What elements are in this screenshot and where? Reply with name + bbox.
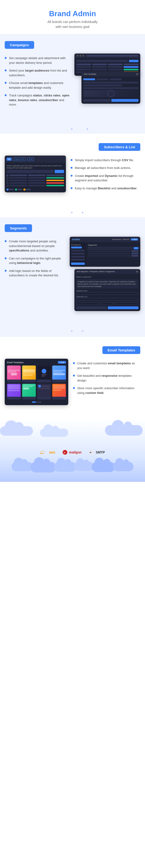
seg-bullet-2: Can run campaigns to the right people us… bbox=[5, 256, 65, 265]
bc5-bump2 bbox=[103, 459, 111, 466]
tpl-img bbox=[8, 385, 20, 390]
bottom-cloud-2 bbox=[30, 462, 56, 472]
templates-label: Email Templates bbox=[102, 346, 140, 354]
page-title: Brand Admin bbox=[5, 9, 140, 18]
tpl-inner bbox=[52, 384, 66, 392]
sub-col-header bbox=[9, 175, 27, 176]
sub-tag-import: Import CSV bbox=[13, 157, 26, 161]
template-card-2 bbox=[22, 366, 36, 382]
templates-screenshot: Email Templates + Add bbox=[5, 359, 68, 405]
mock-tab bbox=[110, 79, 121, 80]
bottom-cloud-row bbox=[5, 462, 140, 472]
bullet-dot bbox=[5, 240, 7, 242]
bc4-bump1 bbox=[76, 458, 84, 466]
seg-value-field bbox=[114, 302, 139, 305]
page-dot bbox=[37, 401, 39, 403]
mock-toolbar bbox=[76, 60, 139, 62]
mock-header bbox=[74, 54, 140, 58]
mock-dot bbox=[82, 55, 84, 57]
bullet-dot bbox=[71, 175, 72, 177]
tpl-btn bbox=[11, 373, 17, 375]
section-divider bbox=[0, 124, 145, 134]
aws-integration: aws aws bbox=[40, 450, 55, 455]
cloud-1 bbox=[0, 426, 33, 436]
seg-search-row bbox=[88, 247, 139, 249]
mock-breadcrumb bbox=[87, 55, 138, 57]
seg-nav-item: Network bbox=[123, 238, 129, 241]
tpl-line bbox=[42, 386, 50, 387]
mock-tabs bbox=[83, 79, 139, 80]
sub-table-row bbox=[7, 177, 64, 179]
templates-content: Email Templates + Add bbox=[5, 359, 140, 405]
subscribers-screenshot: All Import CSV Add What is Blacklist and… bbox=[5, 156, 66, 192]
bullet-dot bbox=[5, 82, 7, 84]
sub-bullet-3: Create Imported and Dynamic list through… bbox=[71, 174, 140, 183]
sub-legend bbox=[7, 189, 64, 190]
cloud-3-bump2 bbox=[52, 426, 59, 433]
subscribers-label: Subscribers & List bbox=[99, 143, 140, 151]
seg-cell bbox=[131, 250, 139, 252]
page-header: Brand Admin All brands can perform indiv… bbox=[0, 0, 145, 34]
mock-field bbox=[83, 87, 139, 89]
cloud-2 bbox=[105, 425, 143, 436]
template-preview-blue bbox=[52, 366, 66, 379]
subscribers-label-wrap: Subscribers & List bbox=[5, 143, 140, 151]
sub-cell bbox=[9, 177, 27, 179]
tpl-circle bbox=[38, 385, 41, 388]
seg-condition-field bbox=[76, 302, 100, 305]
subscribers-section: Subscribers & List All Import CSV Add Wh… bbox=[0, 134, 145, 208]
seg-row bbox=[88, 255, 139, 257]
bc1-bump2 bbox=[21, 459, 27, 466]
tpl-inner bbox=[7, 366, 21, 379]
smtp-icon: ✉ bbox=[89, 450, 94, 455]
tpl-line bbox=[42, 374, 46, 375]
page-dot-active bbox=[32, 401, 36, 403]
segments-screenshot: sendex Dashboard Network + New All Segme… bbox=[70, 237, 140, 311]
template-add-btn: + Add bbox=[58, 361, 66, 364]
mock-status-cell bbox=[124, 69, 139, 70]
bc5-bump1 bbox=[95, 458, 104, 467]
tpl-footer bbox=[37, 397, 51, 400]
cloud-1-bump2 bbox=[14, 422, 24, 431]
sub-status-active bbox=[46, 185, 64, 186]
bullet-dot bbox=[73, 375, 75, 376]
decor-dot bbox=[82, 212, 83, 213]
tpl-row bbox=[38, 385, 50, 388]
tpl-footer bbox=[7, 397, 21, 400]
tpl-footer bbox=[7, 379, 21, 382]
mock-cell bbox=[76, 66, 91, 68]
campaigns-label: Campaigns bbox=[5, 41, 34, 49]
integrations-row: aws aws M mailgun ✉ SMTP bbox=[5, 445, 140, 457]
seg-cell bbox=[88, 255, 131, 257]
seg-sidebar-item bbox=[71, 250, 85, 251]
tpl-line bbox=[53, 372, 62, 373]
seg-cell bbox=[131, 255, 139, 257]
bottom-cloud-5 bbox=[92, 462, 115, 472]
seg-search bbox=[88, 247, 133, 249]
tpl-inner bbox=[22, 366, 36, 379]
segments-label: Segments bbox=[5, 224, 32, 232]
template-card-7 bbox=[37, 384, 51, 400]
template-preview-dark bbox=[37, 366, 51, 379]
tpl-inner bbox=[37, 384, 51, 390]
seg-action-row bbox=[76, 306, 139, 309]
sub-description: What is Blacklist and how does it work t… bbox=[7, 165, 64, 169]
tpl-footer bbox=[52, 397, 66, 400]
bullet-dot bbox=[71, 187, 72, 189]
sub-checkbox bbox=[7, 182, 8, 184]
campaign-bullet-3: Choose email templates and customize tem… bbox=[5, 81, 70, 90]
mock-action-btns bbox=[83, 99, 139, 102]
seg-sidebar-item bbox=[71, 253, 85, 254]
tpl-line bbox=[53, 370, 65, 371]
bullet-dot bbox=[5, 69, 7, 71]
sub-legend-item bbox=[15, 189, 22, 190]
campaigns-section: Campaigns Set campaign details and attac… bbox=[0, 34, 145, 124]
tpl-line bbox=[53, 390, 62, 391]
sub-bullet-4: Easy to manage Blacklist and unsubscribe… bbox=[71, 186, 140, 191]
mock-cancel-btn bbox=[83, 99, 111, 102]
aws-label: aws bbox=[49, 451, 55, 454]
tpl-footer bbox=[52, 379, 66, 382]
templates-text: Create and customize email templates as … bbox=[73, 359, 140, 398]
seg-content: Segments bbox=[86, 242, 140, 267]
campaign-bullet-4: Track campaigns status, clicks rates, op… bbox=[5, 93, 70, 107]
